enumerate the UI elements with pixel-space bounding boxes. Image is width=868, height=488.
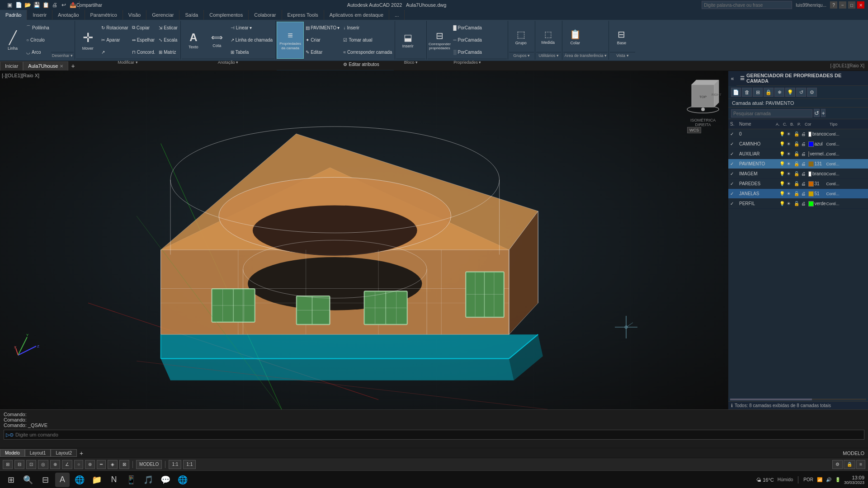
delete-layer-btn[interactable]: 🗑: [742, 88, 752, 97]
status-lweight[interactable]: ━: [97, 460, 106, 469]
layer-on-btn[interactable]: 💡: [785, 88, 795, 97]
collapse-panel-button[interactable]: «: [728, 71, 736, 86]
status-ui-settings[interactable]: ≡: [856, 460, 865, 469]
layer-row-janelas[interactable]: ✓ JANELAS 💡 ☀ 🔓 🖨 51 Contí...: [728, 189, 868, 199]
taskbar-autocad[interactable]: A: [55, 473, 70, 487]
btn-editar-atrib[interactable]: ⚙ Editar atributos: [341, 58, 394, 70]
clock[interactable]: 13:09 30/03/2023: [844, 475, 864, 485]
tab-more[interactable]: ...: [389, 10, 405, 20]
taskbar-widgets[interactable]: ⊟: [38, 473, 52, 487]
layer-row-0[interactable]: ✓ 0 💡 ☀ 🔓 🖨 branco Contí...: [728, 129, 868, 139]
layer-settings-btn[interactable]: ⚙: [807, 88, 817, 97]
tab-visao[interactable]: Visão: [123, 10, 146, 20]
btn-linear[interactable]: ⊣ Linear ▾: [229, 22, 274, 33]
prop-porcamada-1[interactable]: █ PorCamada: [451, 22, 505, 33]
nav-cube[interactable]: TOP RIGHT ISOMÉTRICA DIREITA WCS: [683, 75, 723, 116]
command-input[interactable]: [15, 432, 862, 437]
btn-linha[interactable]: ╱ Linha: [1, 22, 24, 59]
save-as-button[interactable]: 📋: [42, 1, 50, 9]
tab-modelo[interactable]: Modelo: [0, 449, 25, 457]
help-button[interactable]: ?: [830, 1, 837, 9]
btn-colar[interactable]: 📋 Colar: [563, 22, 587, 52]
btn-matriz[interactable]: ⊞ Matriz: [157, 46, 179, 58]
btn-rotacionar[interactable]: ↻ Rotacionar: [99, 22, 130, 33]
status-annotation-scale[interactable]: 1:1: [183, 460, 196, 469]
layer-row-caminho[interactable]: ✓ CAMINHO 💡 ☀ 🔓 🖨 azul Contí...: [728, 139, 868, 149]
viewport[interactable]: [-][OLE1][Raio X] TOP RIGHT ISOMÉTRICA D…: [0, 71, 728, 409]
tab-aula7-close[interactable]: ✕: [60, 64, 63, 69]
status-model[interactable]: MODELO: [136, 460, 162, 469]
share-button[interactable]: 📤 Compartilhar: [82, 1, 90, 9]
maximize-button[interactable]: □: [848, 1, 855, 9]
btn-tabela[interactable]: ⊞ Tabela: [229, 46, 274, 58]
btn-propriedades-camada[interactable]: ≡ Propriedades da camada: [277, 22, 304, 59]
open-button[interactable]: 📂: [24, 1, 32, 9]
btn-corresponder[interactable]: ≈ Corresponder camada: [341, 46, 394, 58]
btn-aparar2[interactable]: ↗: [99, 46, 130, 58]
layer-freeze-btn[interactable]: ❄: [774, 88, 784, 97]
tab-aula7[interactable]: Aula7Uhouse ✕: [23, 61, 68, 70]
btn-corresponder-prop[interactable]: ⊟ Corresponder propriedades: [428, 22, 451, 59]
layer-state-btn[interactable]: ⊞: [753, 88, 763, 97]
layer-row-auxiliar[interactable]: ✓ AUXILIAR 💡 ☀ 🔓 🖨 vermel... Contí...: [728, 149, 868, 159]
status-transparency[interactable]: ◈: [108, 460, 118, 469]
btn-medida[interactable]: ⬚ Medida: [536, 22, 560, 52]
btn-editar[interactable]: ✎ Editar: [304, 46, 341, 58]
tab-aplicativos[interactable]: Aplicativos em destaque: [324, 10, 389, 20]
btn-criar[interactable]: ✦ Criar: [304, 34, 341, 46]
layer-lock-btn[interactable]: 🔒: [764, 88, 774, 97]
print-button[interactable]: 🖨: [51, 1, 59, 9]
status-polar[interactable]: ◎: [38, 460, 48, 469]
status-grid[interactable]: ⊞: [3, 460, 13, 469]
layer-row-pavimento[interactable]: ✓ PAVIMENTO 💡 ☀ 🔓 🖨 131 Contí...: [728, 159, 868, 169]
layer-row-paredes[interactable]: ✓ PAREDES 💡 ☀ 🔓 🖨 31 Contí...: [728, 179, 868, 189]
tab-inserir[interactable]: Inserir: [27, 10, 52, 20]
status-lock[interactable]: 🔒: [844, 460, 855, 469]
layer-row-perfil[interactable]: ✓ PERFIL 💡 ☀ 🔓 🖨 verde Contí...: [728, 199, 868, 209]
btn-polilinha[interactable]: ⌒ Polilinha: [24, 22, 51, 33]
close-button[interactable]: ✕: [857, 1, 864, 9]
status-selection[interactable]: ⊠: [119, 460, 129, 469]
tab-iniciar[interactable]: Iniciar: [0, 61, 23, 70]
status-otrack[interactable]: ∠: [62, 460, 72, 469]
btn-cota[interactable]: ⟺ Cota: [205, 22, 229, 59]
status-ducs[interactable]: ○: [74, 460, 83, 469]
command-input-area[interactable]: ▷ ⊙: [4, 430, 864, 440]
taskbar-search[interactable]: 🔍: [21, 473, 35, 487]
minimize-button[interactable]: −: [839, 1, 846, 9]
wcs-label[interactable]: WCS: [687, 127, 701, 133]
btn-concord[interactable]: ⊓ Concord.: [130, 46, 157, 58]
layer-refresh-btn[interactable]: ↺: [796, 88, 806, 97]
tab-parametrico[interactable]: Paramétrico: [85, 10, 123, 20]
btn-inserir-camada[interactable]: ↓ Inserir: [341, 22, 394, 33]
btn-grupo[interactable]: ⬚ Grupo: [509, 22, 533, 52]
layer-scrollbar[interactable]: [728, 398, 868, 401]
btn-base[interactable]: ⊟ Base: [610, 22, 633, 52]
new-layer-btn[interactable]: 📄: [731, 88, 741, 97]
tab-express[interactable]: Express Tools: [282, 10, 324, 20]
layer-add-filter-btn[interactable]: +: [821, 109, 826, 117]
layer-selector[interactable]: ▤ PAVIMENTO ▾: [304, 22, 341, 33]
taskbar-folder[interactable]: 📁: [90, 473, 104, 487]
new-button[interactable]: 📄: [14, 1, 23, 9]
status-snap[interactable]: ⊟: [14, 460, 24, 469]
btn-copiar[interactable]: ⧉ Copiar: [130, 22, 157, 33]
new-tab-button[interactable]: +: [68, 62, 77, 70]
btn-bloco-inserir[interactable]: ⬓ Inserir: [396, 22, 420, 59]
btn-esticar[interactable]: ⇲ Esticar: [157, 22, 179, 33]
taskbar-app2[interactable]: 📱: [124, 473, 138, 487]
btn-linha-chamada[interactable]: ↗ Linha de chamada: [229, 34, 274, 46]
taskbar-app1[interactable]: N: [107, 473, 121, 487]
layer-search-btn[interactable]: ↺: [814, 109, 820, 117]
undo-button[interactable]: ↩: [60, 1, 68, 9]
taskbar-app3[interactable]: 💬: [158, 473, 173, 487]
btn-texto[interactable]: A Texto: [182, 22, 205, 59]
tab-colaborar[interactable]: Colaborar: [249, 10, 282, 20]
btn-escala[interactable]: ⤡ Escala: [157, 34, 179, 46]
status-ortho[interactable]: ⊡: [26, 460, 36, 469]
tab-gerenciar[interactable]: Gerenciar: [146, 10, 179, 20]
btn-aparar[interactable]: ✂ Aparar: [99, 34, 130, 46]
btn-arco[interactable]: ◡ Arco: [24, 46, 51, 58]
status-viewport-scale[interactable]: 1:1: [169, 460, 181, 469]
tab-padrao[interactable]: Padrão: [0, 10, 27, 20]
